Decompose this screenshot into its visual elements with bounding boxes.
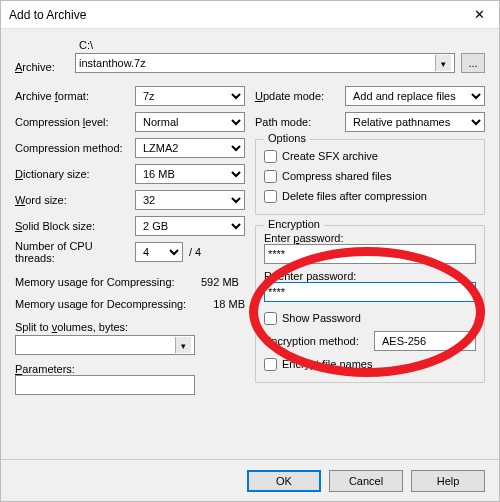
options-group-title: Options [264,132,310,144]
compression-method-label: Compression method: [15,142,135,154]
help-button[interactable]: Help [411,470,485,492]
cpu-threads-max: / 4 [189,246,201,258]
titlebar: Add to Archive ✕ [1,1,499,29]
parameters-label: Parameters: [15,363,245,375]
cancel-button[interactable]: Cancel [329,470,403,492]
word-size-select[interactable]: 32 [135,190,245,210]
dictionary-size-label: Dictionary size: [15,168,135,180]
sfx-checkbox[interactable]: Create SFX archive [264,146,476,166]
options-group: Options Create SFX archive Compress shar… [255,139,485,215]
dictionary-size-select[interactable]: 16 MB [135,164,245,184]
word-size-label: Word size: [15,194,135,206]
encryption-group: Encryption Enter password: Reenter passw… [255,225,485,383]
browse-button[interactable]: ... [461,53,485,73]
update-mode-select[interactable]: Add and replace files [345,86,485,106]
archive-name-combo[interactable]: instanthow.7z ▾ [75,53,455,73]
update-mode-label: Update mode: [255,90,345,102]
compression-method-select[interactable]: LZMA2 [135,138,245,158]
encryption-method-label: Encryption method: [264,335,374,347]
add-to-archive-dialog: Add to Archive ✕ Archive: C:\ instanthow… [0,0,500,502]
cpu-threads-label: Number of CPU threads: [15,240,135,264]
window-title: Add to Archive [9,8,86,22]
compression-level-select[interactable]: Normal [135,112,245,132]
path-mode-select[interactable]: Relative pathnames [345,112,485,132]
encrypt-filenames-checkbox[interactable]: Encrypt file names [264,354,476,374]
enter-password-input[interactable] [264,244,476,264]
chevron-down-icon[interactable]: ▾ [435,55,451,71]
cpu-threads-select[interactable]: 4 [135,242,183,262]
mem-decompress-value: 18 MB [213,298,245,310]
path-mode-label: Path mode: [255,116,345,128]
archive-format-label: Archive format: [15,90,135,102]
ok-button[interactable]: OK [247,470,321,492]
archive-path: C:\ [79,39,455,51]
archive-label: Archive: [15,61,75,73]
shared-checkbox[interactable]: Compress shared files [264,166,476,186]
solid-block-select[interactable]: 2 GB [135,216,245,236]
compression-level-label: Compression level: [15,116,135,128]
enter-password-label: Enter password: [264,232,476,244]
encryption-method-select[interactable]: AES-256 [374,331,476,351]
mem-compress-label: Memory usage for Compressing: [15,276,175,288]
delete-after-checkbox[interactable]: Delete files after compression [264,186,476,206]
mem-decompress-label: Memory usage for Decompressing: [15,298,186,310]
mem-compress-value: 592 MB [201,276,245,288]
reenter-password-label: Reenter password: [264,270,476,282]
dialog-footer: OK Cancel Help [1,459,499,501]
archive-format-select[interactable]: 7z [135,86,245,106]
solid-block-label: Solid Block size: [15,220,135,232]
reenter-password-input[interactable] [264,282,476,302]
archive-name-value: instanthow.7z [79,57,146,69]
encryption-group-title: Encryption [264,218,324,230]
split-volumes-label: Split to volumes, bytes: [15,321,245,333]
close-button[interactable]: ✕ [459,1,499,29]
show-password-checkbox[interactable]: Show Password [264,308,476,328]
split-volumes-combo[interactable]: ▾ [15,335,195,355]
parameters-input[interactable] [15,375,195,395]
chevron-down-icon[interactable]: ▾ [175,337,191,353]
